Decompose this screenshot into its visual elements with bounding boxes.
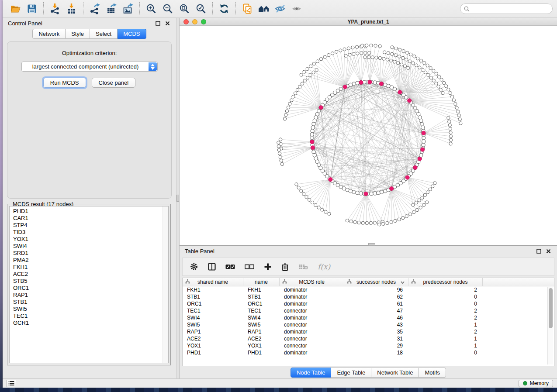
zoom-fit-icon[interactable] (176, 2, 193, 16)
column-header-predecessor-nodes[interactable]: predecessor nodes (408, 278, 483, 286)
mcds-result-item[interactable]: SWI4 (10, 243, 168, 250)
mcds-result-item[interactable]: CAR1 (10, 215, 168, 222)
mcds-result-item[interactable]: PMA2 (10, 257, 168, 264)
table-cell: TEC1 (243, 307, 280, 314)
table-row[interactable]: SWI4SWI4dominator462 (183, 314, 554, 321)
save-session-icon[interactable] (24, 2, 40, 16)
zoom-out-icon[interactable] (159, 2, 176, 16)
desktop-wallpaper-strip (0, 388, 557, 392)
mcds-result-item[interactable]: STB1 (10, 299, 168, 306)
tab-motifs[interactable]: Motifs (419, 368, 446, 378)
network-canvas[interactable] (180, 26, 557, 245)
table-cell: FKH1 (183, 286, 243, 293)
table-row[interactable]: ACE2ACE2connector311 (183, 335, 554, 342)
mcds-result-item[interactable]: SWI5 (10, 306, 168, 313)
mcds-result-group: MCDS result (17 nodes) PHD1CAR1STP4TID3Y… (7, 204, 171, 365)
mcds-result-item[interactable]: STB5 (10, 278, 168, 285)
mcds-result-list[interactable]: PHD1CAR1STP4TID3YOX1SWI4SRD1PMA2FKH1ACE2… (9, 206, 169, 363)
zoom-selected-icon[interactable] (193, 2, 209, 16)
deselect-all-icon[interactable] (245, 264, 254, 269)
status-bar: Memory (3, 378, 557, 388)
criterion-dropdown[interactable]: largest connected component (undirected) (21, 62, 158, 72)
column-header-shared-name[interactable]: shared name (183, 278, 243, 286)
shared-column-icon (347, 279, 352, 285)
table-row[interactable]: YOX1YOX1connector291 (183, 342, 554, 349)
vertical-splitter[interactable] (176, 18, 180, 378)
splitter-grip[interactable] (176, 195, 179, 202)
tab-network[interactable]: Network (32, 29, 66, 39)
tab-mcds[interactable]: MCDS (118, 29, 146, 39)
horizontal-splitter-grip[interactable] (368, 243, 375, 246)
mcds-result-item[interactable]: SRD1 (10, 250, 168, 257)
table-scrollbar-thumb[interactable] (549, 288, 553, 328)
column-header-name[interactable]: name (243, 278, 280, 286)
search-box[interactable] (460, 3, 553, 14)
memory-button[interactable]: Memory (519, 380, 553, 387)
search-input[interactable] (472, 6, 549, 12)
table-cell: 61 (344, 300, 408, 307)
hide-selected-icon[interactable] (272, 2, 289, 16)
table-scrollbar-track[interactable] (547, 287, 553, 364)
export-table-icon[interactable] (103, 2, 120, 16)
table-cell: 47 (344, 307, 408, 314)
tab-node-table[interactable]: Node Table (291, 368, 332, 378)
table-row[interactable]: FKH1FKH1dominator962 (183, 286, 554, 293)
network-graph[interactable] (180, 26, 557, 245)
import-table-icon[interactable] (63, 2, 80, 16)
table-cell: dominator (280, 349, 344, 356)
zoom-in-icon[interactable] (143, 2, 159, 16)
table-cell: 2 (408, 314, 483, 321)
control-panel: Control Panel Network Style Select MCDS … (3, 18, 176, 378)
close-panel-icon[interactable] (545, 248, 552, 255)
table-cell: 96 (344, 286, 408, 293)
mcds-result-item[interactable]: TID3 (10, 229, 168, 236)
table-row[interactable]: TEC1TEC1connector472 (183, 307, 554, 314)
delete-column-icon[interactable] (281, 263, 289, 271)
tab-style[interactable]: Style (66, 29, 90, 39)
column-header-mcds-role[interactable]: MCDS role (280, 278, 344, 286)
column-header-successor-nodes[interactable]: successor nodes (344, 278, 408, 286)
mcds-result-item[interactable]: ORC1 (10, 285, 168, 292)
close-panel-icon[interactable] (164, 20, 171, 27)
toolbar-separator (235, 2, 236, 15)
control-panel-title: Control Panel (8, 20, 42, 27)
home-view-icon[interactable] (256, 2, 272, 16)
refresh-layout-icon[interactable] (216, 2, 232, 16)
gear-icon[interactable] (190, 262, 198, 271)
control-panel-tabs: Network Style Select MCDS (3, 29, 176, 39)
close-panel-button[interactable]: Close panel (92, 78, 136, 88)
column-view-icon[interactable] (208, 263, 216, 271)
import-network-icon[interactable] (47, 2, 63, 16)
add-column-icon[interactable] (264, 263, 272, 271)
main-toolbar (3, 0, 557, 18)
float-panel-icon[interactable] (535, 248, 542, 255)
mcds-result-item[interactable]: ACE2 (10, 271, 168, 278)
table-row[interactable]: PHD1PHD1dominator180 (183, 349, 554, 356)
table-row[interactable]: SWI5SWI5connector431 (183, 321, 554, 328)
show-all-icon[interactable] (289, 2, 305, 16)
tab-network-table[interactable]: Network Table (371, 368, 419, 378)
run-mcds-button[interactable]: Run MCDS (43, 78, 86, 88)
export-network-icon[interactable] (86, 2, 103, 16)
table-row[interactable]: ORC1ORC1dominator610 (183, 300, 554, 307)
mcds-result-item[interactable]: TEC1 (10, 313, 168, 320)
node-table-header: shared name name MCDS role s (183, 278, 554, 286)
export-image-icon[interactable] (120, 2, 136, 16)
mcds-result-item[interactable]: PHD1 (10, 208, 168, 215)
open-file-icon[interactable] (7, 2, 24, 16)
tab-select[interactable]: Select (90, 29, 118, 39)
mcds-result-item[interactable]: GCR1 (10, 320, 168, 327)
mcds-result-item[interactable]: YOX1 (10, 236, 168, 243)
duplicate-network-icon[interactable] (239, 2, 256, 16)
list-scrollbar-track[interactable] (163, 206, 168, 363)
select-all-icon[interactable] (225, 264, 235, 269)
mcds-result-item[interactable]: RAP1 (10, 292, 168, 299)
table-cell: 35 (344, 328, 408, 335)
table-row[interactable]: STB1STB1dominator620 (183, 293, 554, 300)
mcds-result-item[interactable]: STP4 (10, 222, 168, 229)
tab-edge-table[interactable]: Edge Table (331, 368, 371, 378)
mcds-result-item[interactable]: FKH1 (10, 264, 168, 271)
task-history-icon[interactable] (7, 380, 16, 387)
float-panel-icon[interactable] (154, 20, 161, 27)
table-row[interactable]: RAP1RAP1dominator352 (183, 328, 554, 335)
